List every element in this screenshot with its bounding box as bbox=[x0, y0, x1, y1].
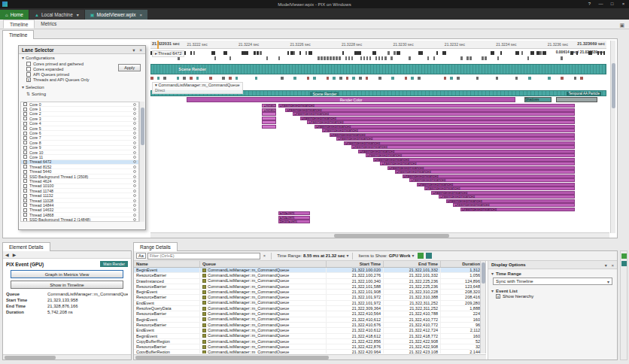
event-list-group[interactable]: ▾ Event List bbox=[488, 287, 617, 293]
gpu-event-block[interactable]: DrawIndexedInstanced bbox=[417, 183, 575, 187]
pin-icon[interactable] bbox=[133, 127, 136, 130]
layout-icon[interactable]: ▣ bbox=[619, 23, 624, 29]
gpu-event-block[interactable]: DrawIndexedInstanced bbox=[424, 187, 575, 190]
pin-icon[interactable] bbox=[133, 175, 136, 178]
lane-checkbox[interactable] bbox=[23, 213, 27, 217]
time-marker[interactable] bbox=[157, 41, 159, 49]
tab-home[interactable]: ⌂ Home bbox=[0, 10, 29, 20]
lane-checkbox[interactable] bbox=[23, 170, 27, 174]
gpu-event-block[interactable]: DrawIndexedInstanced bbox=[322, 129, 575, 132]
filter-input[interactable] bbox=[147, 253, 260, 259]
timeline-hscroll-thumb[interactable] bbox=[334, 234, 449, 238]
lane-list-scroll-thumb[interactable] bbox=[141, 108, 144, 145]
lane-checkbox[interactable] bbox=[23, 184, 27, 188]
table-row[interactable]: BeginEventCommandListManager::m_CommandQ… bbox=[134, 268, 485, 273]
gpu-event-block[interactable]: DrawIndexedInstanced bbox=[336, 137, 574, 141]
range-details-tab[interactable]: Range Details bbox=[133, 242, 178, 251]
element-details-tab[interactable]: Element Details bbox=[2, 242, 50, 251]
timeline-vscroll-thumb[interactable] bbox=[612, 63, 615, 108]
gpu-event-block[interactable] bbox=[262, 120, 275, 124]
gpu-event-block[interactable]: BeginEvent bbox=[278, 220, 310, 223]
table-row[interactable]: CopyBufferRegionCommandListManager::m_Co… bbox=[134, 339, 485, 344]
pin-icon[interactable] bbox=[133, 108, 136, 111]
table-row[interactable]: BeginEventCommandListManager::m_CommandQ… bbox=[134, 334, 485, 339]
table-row[interactable]: DrawInstancedCommandListManager::m_Comma… bbox=[134, 279, 485, 284]
pin-icon[interactable] bbox=[133, 194, 136, 197]
config-checkbox[interactable] bbox=[26, 62, 31, 66]
clear-filter-icon[interactable]: × bbox=[263, 253, 266, 258]
lane-checkbox[interactable] bbox=[23, 203, 27, 207]
lane-checkbox[interactable] bbox=[23, 136, 27, 140]
expand-icon[interactable]: ▸ bbox=[155, 51, 157, 56]
lane-checkbox[interactable] bbox=[23, 126, 27, 130]
pin-icon[interactable] bbox=[133, 214, 136, 217]
show-hierarchy-row[interactable]: x Show hierarchy bbox=[488, 293, 617, 299]
lane-checkbox[interactable] bbox=[23, 117, 27, 120]
lane-checkbox[interactable] bbox=[23, 199, 27, 202]
table-row[interactable]: ResourceBarrierCommandListManager::m_Com… bbox=[134, 295, 485, 300]
chevron-down-icon[interactable]: ▾ bbox=[132, 47, 135, 53]
tab-metrics[interactable]: Metrics bbox=[35, 20, 62, 29]
lane-list-scrollbar[interactable] bbox=[139, 102, 144, 222]
lane-checkbox[interactable] bbox=[23, 165, 27, 168]
render-color-bar[interactable]: Render Color bbox=[187, 97, 515, 102]
lane-checkbox[interactable] bbox=[23, 146, 27, 150]
config-item[interactable]: xThreads and API Queues Only bbox=[19, 77, 145, 82]
lane-checkbox[interactable] bbox=[23, 208, 27, 212]
lane-checkbox[interactable] bbox=[23, 174, 27, 178]
pin-icon[interactable] bbox=[133, 190, 136, 193]
nav-forward-icon[interactable]: ▶ bbox=[13, 252, 17, 257]
tab-timeline[interactable]: Timeline bbox=[3, 20, 35, 29]
table-row[interactable]: BeginEventCommandListManager::m_CommandQ… bbox=[134, 290, 485, 295]
lane-checkbox[interactable] bbox=[23, 155, 27, 159]
range-table-hscrollbar[interactable] bbox=[134, 354, 486, 359]
nav-back-icon[interactable]: ◀ bbox=[5, 252, 9, 257]
timeline-panel-tab[interactable]: Timeline bbox=[2, 30, 34, 39]
gpu-event-block[interactable]: EndEvent bbox=[278, 216, 310, 220]
range-table-vscrollbar[interactable] bbox=[480, 261, 485, 353]
pin-icon[interactable] bbox=[133, 180, 136, 183]
gpu-event-block[interactable]: EndEvent bbox=[278, 211, 310, 215]
lane-checkbox[interactable] bbox=[23, 150, 27, 154]
show-hierarchy-checkbox[interactable]: x bbox=[496, 294, 500, 299]
table-row[interactable]: ResourceBarrierCommandListManager::m_Com… bbox=[134, 344, 485, 350]
gpu-event-block[interactable]: DrawIndexedInstanced bbox=[358, 150, 574, 153]
pin-icon[interactable] bbox=[133, 165, 136, 168]
gpu-event-block[interactable]: DrawIndexedInstanced bbox=[387, 166, 574, 170]
gpu-event-block[interactable]: DrawIndexedInstanced bbox=[373, 158, 575, 162]
ruler[interactable]: 21.322031 sec 21.323669 sec 21.3222 sec2… bbox=[150, 41, 606, 49]
range-table[interactable]: Name Queue Start Time End Time Duration … bbox=[134, 261, 486, 353]
table-row[interactable]: ResourceBarrierCommandListManager::m_Com… bbox=[134, 311, 485, 317]
pin-icon[interactable] bbox=[133, 151, 136, 154]
pin-icon[interactable] bbox=[133, 160, 136, 163]
cpu-scene-render-bar[interactable]: Scene Render bbox=[150, 64, 606, 74]
export-list-icon[interactable] bbox=[418, 253, 424, 259]
match-case-button[interactable]: Aa bbox=[136, 253, 146, 259]
range-table-scroll-thumb[interactable] bbox=[482, 262, 485, 284]
pin-icon[interactable] bbox=[133, 184, 136, 187]
pin-icon[interactable] bbox=[133, 199, 136, 202]
config-checkbox[interactable] bbox=[26, 72, 31, 77]
gpu-event-block[interactable]: DrawIndexedInstanced bbox=[409, 178, 574, 182]
gpu-event-block[interactable]: DrawIndexedInstanced bbox=[403, 174, 575, 178]
lane-checkbox[interactable] bbox=[23, 102, 27, 106]
side-block[interactable] bbox=[556, 97, 597, 102]
range-table-hscroll-thumb[interactable] bbox=[135, 356, 329, 359]
timeline-vscrollbar[interactable] bbox=[610, 41, 615, 233]
lane-checkbox[interactable] bbox=[23, 132, 27, 135]
lane-checkbox[interactable]: x bbox=[23, 160, 27, 164]
timeline-canvas[interactable]: 21.322031 sec 21.323669 sec 21.3222 sec2… bbox=[150, 41, 606, 233]
table-row[interactable]: BeginEventCommandListManager::m_CommandQ… bbox=[134, 317, 485, 323]
chevron-down-icon[interactable]: ▾ bbox=[77, 12, 79, 17]
gpu-event-block[interactable]: DrawIndexedInstanced bbox=[307, 120, 574, 124]
gpu-event-block[interactable]: Dispatch bbox=[262, 108, 275, 112]
gpu-event-block[interactable]: DrawIndexedInstanced bbox=[330, 133, 575, 137]
sync-with-timeline-dropdown[interactable]: Sync with Timeline ▾ bbox=[493, 278, 612, 285]
gpu-event-block[interactable]: Dispatch bbox=[262, 104, 275, 108]
configurations-header[interactable]: ▾ Configurations bbox=[19, 54, 145, 61]
pin-icon[interactable] bbox=[133, 103, 136, 106]
gpu-event-block[interactable]: DrawIndexedInstanced bbox=[293, 112, 575, 116]
gpu-event-block[interactable] bbox=[262, 117, 275, 120]
graph-in-metrics-button[interactable]: Graph in Metrics View bbox=[11, 270, 123, 278]
thread-activity[interactable] bbox=[150, 50, 606, 62]
